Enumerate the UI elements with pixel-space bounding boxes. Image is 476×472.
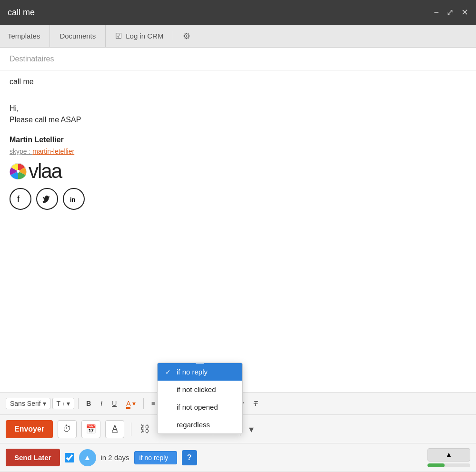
window-controls: − ⤢ ✕ <box>434 8 468 17</box>
font-size-select[interactable]: T ↕ ▾ <box>52 398 75 409</box>
vlaa-logo: vlaa <box>10 161 466 181</box>
help-button[interactable]: ? <box>182 450 197 465</box>
underline-button[interactable]: U <box>108 398 120 409</box>
social-icons: f in <box>10 188 466 210</box>
font-size-arrow: ↕ <box>62 401 65 406</box>
bold-button[interactable]: B <box>82 398 95 409</box>
progress-chevron-icon: ▲ <box>445 451 453 459</box>
main-container: Templates Documents ☑ Log in CRM ⚙ Desti… <box>0 25 476 472</box>
dropdown-item-if-not-clicked[interactable]: if not clicked <box>158 381 242 398</box>
font-a-icon: A <box>112 424 118 434</box>
dropdown-overlay: ✓ if no reply if not clicked if not open… <box>157 363 243 434</box>
clock-button[interactable]: ⏱ <box>58 420 77 438</box>
font-color-button[interactable]: A ▾ <box>122 398 139 409</box>
progress-bar <box>427 463 470 467</box>
chevron-up-button[interactable]: ▲ <box>79 449 96 466</box>
sig-skype-value: martin-letellier <box>32 148 74 155</box>
subject-field[interactable]: call me <box>0 70 476 93</box>
clock-icon: ⏱ <box>63 424 71 434</box>
progress-bar-fill <box>427 463 445 467</box>
vlaa-text: vlaa <box>29 161 61 181</box>
font-size-icon: T <box>57 400 61 407</box>
linkedin-icon[interactable]: in <box>63 188 85 210</box>
italic-button[interactable]: I <box>97 398 106 409</box>
vlaa-pinwheel-icon <box>10 163 27 180</box>
font-family-chevron: ▾ <box>43 400 46 407</box>
documents-tab[interactable]: Documents <box>50 25 106 47</box>
maximize-button[interactable]: ⤢ <box>446 8 454 17</box>
sig-skype: skype : martin-letellier <box>10 147 466 157</box>
sig-skype-label: skype : <box>10 148 32 155</box>
dropdown-label-regardless: regardless <box>177 421 210 429</box>
to-field[interactable]: Destinataires <box>0 48 476 70</box>
link-button[interactable]: ⛓ <box>138 422 151 436</box>
templates-tab[interactable]: Templates <box>8 25 50 47</box>
svg-point-1 <box>17 170 20 173</box>
send-later-button[interactable]: Send Later <box>6 449 60 466</box>
sig-name: Martin Letellier <box>10 134 466 146</box>
body-line2: Please call me ASAP <box>10 114 466 126</box>
log-crm-item[interactable]: ☑ Log in CRM <box>106 31 173 40</box>
dropdown-item-if-no-reply[interactable]: ✓ if no reply <box>158 363 242 381</box>
fmt-sep-1 <box>78 398 79 409</box>
dropdown-label-if-not-clicked: if not clicked <box>177 385 216 393</box>
to-placeholder: Destinataires <box>10 55 54 63</box>
if-no-reply-dropdown-trigger[interactable]: if no reply <box>134 451 177 464</box>
font-color-chevron: ▾ <box>132 400 136 407</box>
window-title: call me <box>8 8 35 18</box>
facebook-icon[interactable]: f <box>10 188 31 210</box>
body-line1: Hi, <box>10 103 466 114</box>
progress-up-button[interactable]: ▲ <box>427 448 470 462</box>
progress-area: ▲ <box>427 448 470 467</box>
settings-gear-button[interactable]: ⚙ <box>173 31 200 41</box>
font-family-label: Sans Serif <box>10 400 41 407</box>
font-size-chevron: ▾ <box>67 400 70 407</box>
calendar-icon: 📅 <box>86 424 96 434</box>
check-mark-icon: ✓ <box>165 368 173 376</box>
send-later-checkbox[interactable] <box>65 453 74 462</box>
send-later-bar: ✓ if no reply if not clicked if not open… <box>0 443 476 472</box>
svg-text:f: f <box>17 194 20 204</box>
in-days-label: in 2 days <box>101 453 129 462</box>
dropdown-item-regardless[interactable]: regardless <box>158 416 242 433</box>
log-crm-checkbox-icon: ☑ <box>115 31 122 40</box>
dropdown-item-if-not-opened[interactable]: if not opened <box>158 398 242 416</box>
dropdown-label-if-no-reply: if no reply <box>177 368 208 376</box>
twitter-icon[interactable] <box>36 188 58 210</box>
action-sep-1 <box>131 423 131 436</box>
more-button[interactable]: ▾ <box>247 422 256 437</box>
dropdown-arrow-inner <box>196 363 204 364</box>
font-family-select[interactable]: Sans Serif ▾ <box>6 398 50 409</box>
email-body[interactable]: Hi, Please call me ASAP Martin Letellier… <box>0 93 476 274</box>
body-text: Hi, Please call me ASAP <box>10 103 466 126</box>
title-bar: call me − ⤢ ✕ <box>0 0 476 25</box>
font-style-button[interactable]: A <box>105 420 124 438</box>
email-content-area: Destinataires call me Hi, Please call me… <box>0 48 476 392</box>
top-toolbar: Templates Documents ☑ Log in CRM ⚙ <box>0 25 476 48</box>
fmt-sep-2 <box>143 398 144 409</box>
chevron-up-icon: ▲ <box>84 453 91 462</box>
minimize-button[interactable]: − <box>434 8 439 17</box>
svg-text:in: in <box>70 196 76 203</box>
close-button[interactable]: ✕ <box>461 8 468 17</box>
subject-value: call me <box>10 78 34 86</box>
clear-format-button[interactable]: T <box>250 398 262 409</box>
dropdown-label-if-not-opened: if not opened <box>177 403 218 411</box>
calendar-button[interactable]: 📅 <box>81 420 100 438</box>
send-button[interactable]: Envoyer <box>6 420 53 438</box>
log-crm-label: Log in CRM <box>126 32 163 40</box>
